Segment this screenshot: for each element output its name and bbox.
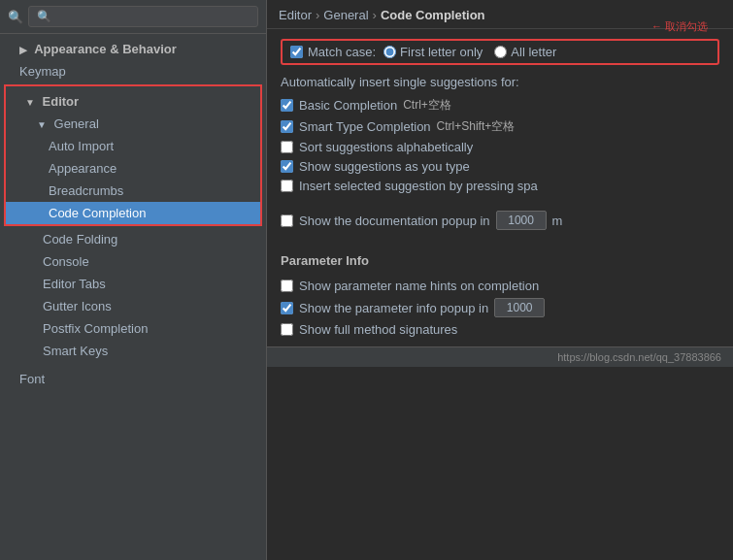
show-param-hints-checkbox[interactable] (281, 280, 293, 292)
match-case-label[interactable]: Match case: (290, 45, 376, 59)
basic-completion-label: Basic Completion (299, 98, 397, 113)
show-doc-value-input[interactable] (496, 211, 547, 230)
sidebar-item-smart-keys[interactable]: Smart Keys (0, 340, 266, 362)
show-as-you-type-checkbox[interactable] (281, 160, 293, 173)
sidebar-item-code-completion[interactable]: Code Completion (6, 202, 260, 224)
match-case-checkbox[interactable] (290, 46, 303, 58)
auto-insert-label: Automatically insert single suggestions … (281, 75, 719, 89)
sidebar-item-editor[interactable]: ▼ Editor (6, 86, 260, 113)
options-list: Basic Completion Ctrl+空格 Smart Type Comp… (281, 97, 719, 337)
sidebar-item-keymap[interactable]: Keymap (0, 60, 266, 82)
sidebar-item-postfix-completion[interactable]: Postfix Completion (0, 317, 266, 340)
insert-by-space-row: Insert selected suggestion by pressing s… (281, 179, 719, 193)
show-full-method-row: Show full method signatures (281, 322, 719, 337)
footer-url: https://blog.csdn.net/qq_37883866 (557, 351, 721, 363)
settings-section: ← 取消勾选 Match case: First letter only All… (267, 29, 733, 346)
insert-by-space-label: Insert selected suggestion by pressing s… (299, 179, 538, 193)
show-param-popup-checkbox[interactable] (281, 302, 293, 314)
param-info-header: Parameter Info (281, 253, 719, 268)
main-layout: 🔍 ▶ Appearance & Behavior Keymap ▼ Edito… (0, 0, 733, 560)
breadcrumb-general: General (323, 8, 368, 22)
footer-bar: https://blog.csdn.net/qq_37883866 (267, 346, 733, 367)
sidebar-item-code-folding[interactable]: Code Folding (0, 228, 266, 250)
match-case-row: ← 取消勾选 Match case: First letter only All… (281, 39, 719, 65)
sidebar-item-breadcrumbs[interactable]: Breadcrumbs (6, 180, 260, 202)
show-full-method-label: Show full method signatures (299, 322, 457, 337)
sidebar-item-editor-tabs[interactable]: Editor Tabs (0, 273, 266, 295)
all-letters-radio-label[interactable]: All letter (494, 45, 556, 59)
basic-shortcut: Ctrl+空格 (403, 97, 451, 114)
sort-alpha-row: Sort suggestions alphabetically (281, 140, 719, 154)
search-icon: 🔍 (8, 10, 23, 24)
show-full-method-checkbox[interactable] (281, 323, 293, 336)
sidebar-item-gutter-icons[interactable]: Gutter Icons (0, 295, 266, 317)
insert-by-space-checkbox[interactable] (281, 180, 293, 192)
show-param-hints-row: Show parameter name hints on completion (281, 279, 719, 293)
expand-icon: ▼ (25, 97, 35, 108)
sidebar-item-font[interactable]: Font (0, 368, 266, 390)
show-doc-suffix: m (552, 214, 563, 228)
sidebar-item-general[interactable]: ▼ General (6, 113, 260, 135)
sidebar: 🔍 ▶ Appearance & Behavior Keymap ▼ Edito… (0, 0, 267, 560)
sidebar-item-appearance-behavior[interactable]: ▶ Appearance & Behavior (0, 34, 266, 60)
smart-type-row: Smart Type Completion Ctrl+Shift+空格 (281, 118, 719, 135)
show-param-popup-label: Show the parameter info popup in (299, 301, 488, 315)
show-doc-popup-checkbox[interactable] (281, 214, 293, 227)
expand-icon: ▶ (19, 45, 27, 55)
show-as-you-type-label: Show suggestions as you type (299, 159, 470, 174)
annotation-arrow: ← 取消勾选 (651, 19, 708, 34)
smart-type-checkbox[interactable] (281, 120, 293, 133)
sort-alpha-checkbox[interactable] (281, 141, 293, 153)
divider1 (281, 198, 719, 206)
sidebar-item-console[interactable]: Console (0, 250, 266, 273)
first-letter-radio-label[interactable]: First letter only (383, 45, 483, 59)
editor-group-box: ▼ Editor ▼ General Auto Import Appearanc… (4, 84, 262, 226)
search-input[interactable] (28, 6, 258, 27)
sort-alpha-label: Sort suggestions alphabetically (299, 140, 473, 154)
show-doc-popup-row: Show the documentation popup in m (281, 211, 719, 230)
basic-completion-checkbox[interactable] (281, 99, 293, 112)
content-panel: Editor › General › Code Completion ← 取消勾… (267, 0, 733, 560)
all-letters-radio[interactable] (494, 46, 507, 58)
basic-completion-row: Basic Completion Ctrl+空格 (281, 97, 719, 114)
radio-group: First letter only All letter (383, 45, 556, 59)
sidebar-item-auto-import[interactable]: Auto Import (6, 135, 260, 157)
show-param-popup-row: Show the parameter info popup in (281, 298, 719, 317)
sidebar-item-appearance[interactable]: Appearance (6, 157, 260, 180)
first-letter-radio[interactable] (383, 46, 396, 58)
breadcrumb-sep2: › (373, 8, 377, 22)
show-doc-popup-label: Show the documentation popup in (299, 214, 490, 228)
smart-shortcut: Ctrl+Shift+空格 (437, 118, 516, 135)
expand-icon: ▼ (37, 119, 47, 130)
smart-type-label: Smart Type Completion (299, 119, 431, 134)
breadcrumb-editor: Editor (279, 8, 312, 22)
breadcrumb-sep1: › (316, 8, 319, 22)
breadcrumb-code-completion: Code Completion (381, 8, 485, 22)
show-param-value-input[interactable] (494, 298, 545, 317)
show-param-hints-label: Show parameter name hints on completion (299, 279, 539, 293)
show-as-you-type-row: Show suggestions as you type (281, 159, 719, 174)
divider2 (281, 235, 719, 243)
search-bar: 🔍 (0, 0, 266, 34)
